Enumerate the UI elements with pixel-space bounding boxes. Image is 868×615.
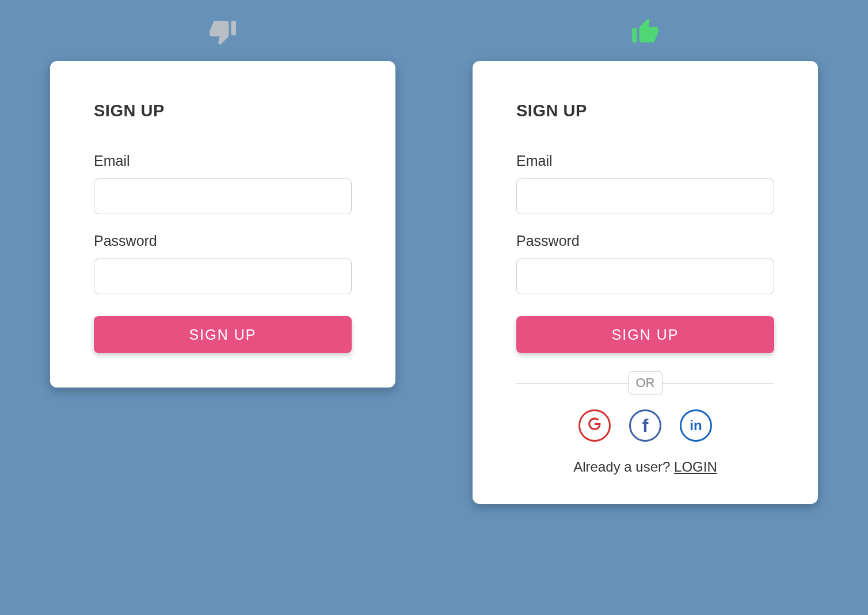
thumbs-down-icon	[207, 17, 239, 46]
facebook-signup-button[interactable]: f	[629, 409, 661, 442]
password-input[interactable]	[516, 259, 774, 294]
linkedin-icon: in	[690, 419, 702, 432]
bad-example-column: SIGN UP Email Password SIGN UP	[23, 17, 422, 388]
signup-card-right: SIGN UP Email Password SIGN UP OR	[473, 61, 818, 504]
divider: OR	[516, 371, 774, 394]
password-input[interactable]	[94, 259, 352, 294]
email-input[interactable]	[516, 179, 774, 214]
signup-card-left: SIGN UP Email Password SIGN UP	[50, 61, 395, 388]
svg-rect-0	[231, 21, 236, 35]
google-signup-button[interactable]	[578, 409, 611, 442]
facebook-icon: f	[642, 416, 649, 435]
email-label: Email	[516, 153, 774, 169]
thumbs-up-icon	[629, 17, 661, 46]
signup-button[interactable]: SIGN UP	[94, 316, 352, 353]
card-heading: SIGN UP	[94, 101, 352, 120]
login-link[interactable]: LOGIN	[674, 459, 717, 474]
already-user-text: Already a user? LOGIN	[516, 459, 774, 475]
password-label: Password	[94, 233, 352, 249]
svg-rect-1	[632, 28, 637, 43]
google-icon	[587, 416, 602, 435]
email-input[interactable]	[94, 179, 352, 214]
divider-line	[516, 383, 629, 384]
already-prefix: Already a user?	[573, 459, 674, 474]
linkedin-signup-button[interactable]: in	[680, 409, 712, 442]
divider-or: OR	[629, 371, 663, 394]
signup-button[interactable]: SIGN UP	[516, 316, 774, 353]
card-heading: SIGN UP	[516, 101, 774, 120]
divider-line	[663, 383, 775, 384]
good-example-column: SIGN UP Email Password SIGN UP OR	[446, 17, 845, 504]
email-label: Email	[94, 153, 352, 169]
password-label: Password	[516, 233, 774, 249]
social-row: f in	[516, 409, 774, 442]
